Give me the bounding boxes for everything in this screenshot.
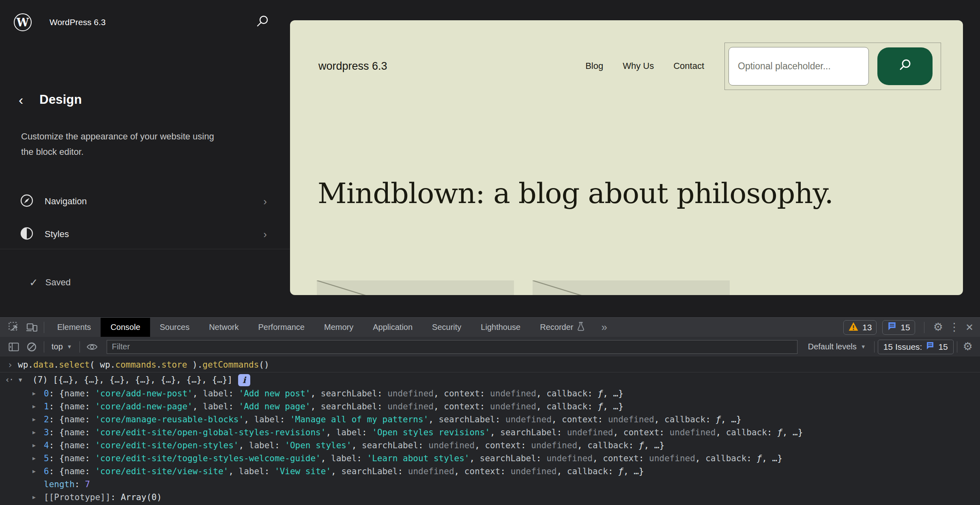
log-levels-selector[interactable]: Default levels ▼ [803, 342, 871, 351]
device-toolbar-icon[interactable] [23, 319, 41, 336]
expand-toggle-icon[interactable]: ▶ [32, 426, 36, 439]
warning-icon [848, 322, 859, 333]
tab-lighthouse[interactable]: Lighthouse [471, 318, 530, 337]
warnings-badge[interactable]: 13 [843, 320, 877, 335]
devtools-tabbar: ElementsConsoleSourcesNetworkPerformance… [0, 318, 980, 337]
prototype-value: Array(0) [121, 492, 162, 502]
toolbar-divider [80, 341, 80, 353]
wordpress-logo-icon[interactable]: W [14, 13, 32, 31]
info-badge-icon[interactable]: i [238, 374, 250, 386]
console-result[interactable]: ‹· ▼ (7) [{…}, {…}, {…}, {…}, {…}, {…}, … [0, 372, 980, 387]
expand-toggle-icon[interactable]: ▶ [32, 400, 36, 413]
compass-icon [19, 193, 34, 210]
inspect-element-icon[interactable] [5, 319, 23, 336]
toolbar-divider [44, 341, 44, 353]
console-settings-gear-icon[interactable]: ⚙ [961, 341, 975, 352]
tab-performance[interactable]: Performance [249, 318, 315, 337]
wp-admin-sidebar: W WordPress 6.3 ‹ Design Customize the a… [0, 0, 290, 317]
chevron-right-icon: › [263, 228, 267, 241]
messages-badge[interactable]: 15 [882, 320, 915, 335]
search-icon [898, 58, 912, 74]
console-array-row[interactable]: ▶6: {name: 'core/edit-site/view-site', l… [0, 465, 980, 478]
console-array-rows: ▶0: {name: 'core/add-new-post', label: '… [0, 387, 980, 478]
clear-console-icon[interactable] [23, 339, 41, 355]
tab-sources[interactable]: Sources [150, 318, 199, 337]
tab-elements[interactable]: Elements [47, 318, 101, 337]
console-array-row[interactable]: ▶2: {name: 'core/manage-reusable-blocks'… [0, 413, 980, 426]
expand-toggle-icon[interactable]: ▶ [32, 387, 36, 400]
console-filter-input[interactable] [107, 340, 797, 354]
tab-application[interactable]: Application [363, 318, 422, 337]
close-devtools-icon[interactable]: ✕ [965, 322, 974, 333]
sidebar-divider [0, 249, 290, 249]
expand-toggle-icon[interactable]: ▶ [32, 452, 36, 465]
nav-link-contact[interactable]: Contact [673, 61, 704, 71]
console-array-row[interactable]: ▶5: {name: 'core/edit-site/toggle-styles… [0, 452, 980, 465]
tab-network[interactable]: Network [199, 318, 248, 337]
devtools-panel: ElementsConsoleSourcesNetworkPerformance… [0, 317, 980, 505]
toolbar-divider [957, 341, 957, 353]
devtools-tabs: ElementsConsoleSourcesNetworkPerformance… [47, 318, 595, 337]
console-array-row[interactable]: ▶1: {name: 'core/add-new-page', label: '… [0, 400, 980, 413]
site-preview-canvas[interactable]: wordpress 6.3 Blog Why Us Contact Mindbl… [290, 20, 963, 295]
nav-link-blog[interactable]: Blog [585, 61, 603, 71]
issues-counter[interactable]: 15 Issues: 15 [878, 340, 954, 354]
issues-label: 15 Issues: [883, 342, 922, 352]
nav-link-why-us[interactable]: Why Us [623, 61, 654, 71]
site-search-button[interactable] [877, 47, 933, 85]
console-prototype-row[interactable]: ▶ [[Prototype]]: Array(0) [0, 491, 980, 504]
tab-console[interactable]: Console [101, 318, 150, 337]
console-messages: › wp.data.select( wp.commands.store ).ge… [0, 357, 980, 504]
sidebar-item-navigation[interactable]: Navigation › [19, 189, 267, 214]
context-selector[interactable]: top ▼ [47, 342, 76, 351]
toolbar-divider [924, 322, 924, 333]
tab-recorder[interactable]: Recorder [530, 318, 595, 337]
console-toolbar: top ▼ Default levels ▼ 15 Issues: 15 ⚙ [0, 337, 980, 357]
sidebar-item-styles[interactable]: Styles › [19, 222, 267, 247]
console-array-row[interactable]: ▶4: {name: 'core/edit-site/open-styles',… [0, 439, 980, 452]
save-status: ✓ Saved [29, 274, 71, 291]
expand-toggle-icon[interactable]: ▶ [32, 439, 36, 452]
toolbar-divider [44, 322, 44, 333]
site-title[interactable]: wordpress 6.3 [318, 60, 387, 73]
returned-value-icon: ‹· [5, 372, 13, 387]
tab-memory[interactable]: Memory [314, 318, 363, 337]
message-bubble-icon [887, 321, 897, 333]
console-array-row[interactable]: ▶0: {name: 'core/add-new-post', label: '… [0, 387, 980, 400]
console-array-row[interactable]: ▶3: {name: 'core/edit-site/open-global-s… [0, 426, 980, 439]
settings-gear-icon[interactable]: ⚙ [933, 322, 943, 333]
expand-toggle-icon[interactable]: ▶ [32, 491, 36, 504]
collapse-toggle-icon[interactable]: ▼ [19, 372, 22, 387]
back-chevron-icon[interactable]: ‹ [19, 92, 23, 107]
context-label: top [52, 342, 63, 351]
live-expression-eye-icon[interactable] [83, 339, 101, 355]
site-search-input[interactable] [729, 47, 869, 86]
console-sidebar-icon[interactable] [5, 339, 23, 355]
more-tabs-icon[interactable]: » [595, 321, 613, 334]
chevron-down-icon: ▼ [861, 344, 866, 350]
console-command[interactable]: › wp.data.select( wp.commands.store ).ge… [0, 357, 980, 372]
page-title: Design [39, 92, 82, 107]
design-description: Customize the appearance of your website… [21, 129, 220, 160]
tab-security[interactable]: Security [422, 318, 471, 337]
prototype-key: [[Prototype]] [44, 492, 110, 502]
screen: W WordPress 6.3 ‹ Design Customize the a… [0, 0, 980, 505]
site-nav: Blog Why Us Contact [585, 61, 704, 71]
prompt-icon: › [7, 357, 13, 372]
site-search-form [724, 43, 941, 90]
expand-toggle-icon[interactable]: ▶ [32, 413, 36, 426]
admin-site-title: WordPress 6.3 [49, 17, 106, 27]
search-icon[interactable] [255, 14, 270, 30]
expand-toggle-icon[interactable]: ▶ [32, 465, 36, 478]
console-command-code: wp.data.select( wp.commands.store ).getC… [18, 360, 269, 370]
issues-count: 15 [938, 342, 948, 352]
levels-label: Default levels [808, 342, 857, 351]
site-header: wordpress 6.3 Blog Why Us Contact [318, 43, 941, 89]
post-image-placeholder [533, 280, 730, 295]
flask-icon [577, 322, 585, 333]
kebab-menu-icon[interactable]: ⋮ [949, 322, 960, 333]
save-status-label: Saved [45, 277, 71, 288]
chevron-down-icon: ▼ [67, 344, 72, 350]
chevron-right-icon: › [263, 195, 267, 208]
length-key: length [44, 479, 75, 489]
